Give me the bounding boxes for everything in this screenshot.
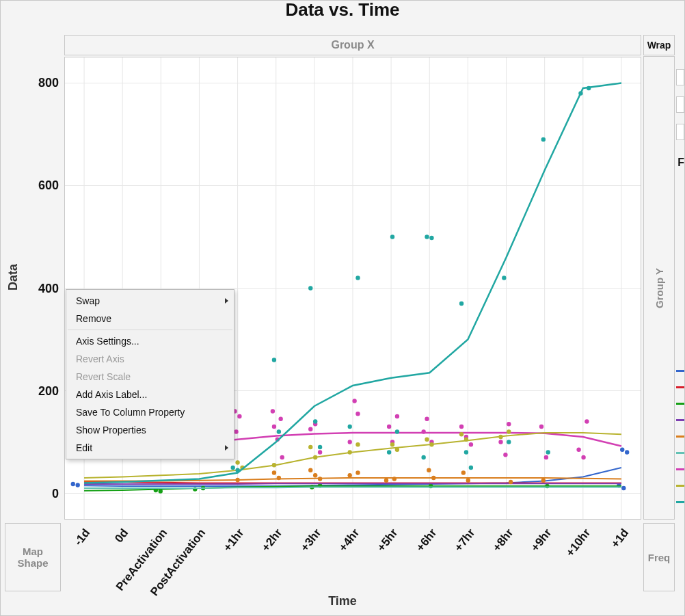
series-point-teal[interactable] <box>459 302 464 306</box>
series-point-magenta[interactable] <box>425 417 429 421</box>
series-point-teal[interactable] <box>395 429 399 433</box>
series-point-orange[interactable] <box>348 473 352 477</box>
series-point-magenta[interactable] <box>352 399 356 403</box>
series-point-orange[interactable] <box>392 477 397 481</box>
series-point-teal[interactable] <box>578 91 582 95</box>
series-point-orange[interactable] <box>272 470 276 474</box>
series-point-magenta[interactable] <box>278 417 282 421</box>
series-point-magenta[interactable] <box>503 453 507 457</box>
series-point-teal[interactable] <box>318 445 322 449</box>
series-point-magenta[interactable] <box>348 440 352 444</box>
series-point-olive[interactable] <box>313 455 317 459</box>
x-axis-title[interactable]: Time <box>1 594 684 608</box>
menu-item-addlabel[interactable]: Add Axis Label... <box>66 386 234 403</box>
series-point-teal[interactable] <box>355 276 360 280</box>
series-point-olive[interactable] <box>348 450 352 454</box>
series-point-teal[interactable] <box>425 235 429 239</box>
series-point-magenta[interactable] <box>280 455 284 459</box>
series-point-blue[interactable] <box>621 486 626 490</box>
series-point-olive[interactable] <box>429 442 433 446</box>
series-point-orange[interactable] <box>461 470 466 474</box>
series-point-orange[interactable] <box>541 479 546 483</box>
wrap-panel[interactable]: Wrap <box>643 35 675 55</box>
series-point-teal[interactable] <box>308 286 312 290</box>
series-point-magenta[interactable] <box>237 414 241 418</box>
series-point-blue[interactable] <box>620 448 624 452</box>
series-point-teal[interactable] <box>421 455 425 459</box>
x-axis-ticks[interactable]: -1d0dPreActivationPostActivation+1hr+2hr… <box>64 523 641 591</box>
series-point-magenta[interactable] <box>308 427 312 431</box>
freq-panel[interactable]: Freq <box>643 523 675 591</box>
series-point-blue[interactable] <box>625 450 629 454</box>
series-point-magenta[interactable] <box>395 414 399 418</box>
menu-item-showprop[interactable]: Show Properties <box>66 421 234 439</box>
series-point-magenta[interactable] <box>272 425 276 429</box>
column-group-header[interactable]: Group X <box>64 35 641 55</box>
series-point-orange[interactable] <box>308 468 312 472</box>
series-point-olive[interactable] <box>498 435 502 439</box>
series-point-magenta[interactable] <box>507 422 511 426</box>
menu-item-edit[interactable]: Edit <box>66 439 234 457</box>
series-point-magenta[interactable] <box>585 419 589 423</box>
series-point-blue[interactable] <box>71 482 75 486</box>
series-point-magenta[interactable] <box>539 425 543 429</box>
menu-item-remove[interactable]: Remove <box>66 310 234 327</box>
y-axis-title[interactable]: Data <box>5 35 21 520</box>
series-point-teal[interactable] <box>502 276 506 280</box>
y-axis-ticks[interactable]: 0200400600800 <box>23 57 62 520</box>
series-point-olive[interactable] <box>459 432 464 436</box>
series-point-orange[interactable] <box>355 470 360 474</box>
series-point-teal[interactable] <box>429 236 433 240</box>
series-point-orange[interactable] <box>466 479 470 483</box>
series-point-olive[interactable] <box>390 442 394 446</box>
map-shape-panel[interactable]: Map Shape <box>5 523 61 591</box>
series-point-blue[interactable] <box>76 483 80 487</box>
series-point-teal[interactable] <box>541 137 546 142</box>
series-point-olive[interactable] <box>355 442 360 446</box>
series-point-teal[interactable] <box>464 450 468 454</box>
series-point-teal[interactable] <box>469 466 473 470</box>
series-point-orange[interactable] <box>384 479 388 483</box>
series-point-orange[interactable] <box>313 473 317 477</box>
series-point-magenta[interactable] <box>421 429 425 433</box>
series-point-teal[interactable] <box>507 440 511 444</box>
series-point-magenta[interactable] <box>576 448 580 452</box>
series-point-teal[interactable] <box>587 86 591 90</box>
series-point-teal[interactable] <box>387 450 391 454</box>
series-point-magenta[interactable] <box>581 455 585 459</box>
menu-item-axis[interactable]: Axis Settings... <box>66 332 234 350</box>
series-point-magenta[interactable] <box>355 412 360 416</box>
series-point-orange[interactable] <box>235 478 239 482</box>
menu-item-swap[interactable]: Swap <box>66 292 234 310</box>
series-point-magenta[interactable] <box>387 425 391 429</box>
axis-context-menu[interactable]: SwapRemoveAxis Settings...Revert AxisRev… <box>66 289 234 459</box>
series-point-olive[interactable] <box>395 448 399 452</box>
series-point-olive[interactable] <box>425 438 429 442</box>
series-point-teal[interactable] <box>235 468 239 472</box>
series-point-orange[interactable] <box>427 468 431 472</box>
series-point-teal[interactable] <box>313 419 317 423</box>
menu-item-savecol[interactable]: Save To Column Property <box>66 403 234 421</box>
series-point-teal[interactable] <box>272 358 276 362</box>
series-point-magenta[interactable] <box>459 425 464 429</box>
series-point-olive[interactable] <box>507 429 511 433</box>
series-point-olive[interactable] <box>464 438 468 442</box>
series-point-magenta[interactable] <box>498 440 502 444</box>
series-point-teal[interactable] <box>348 425 352 429</box>
row-group-header[interactable]: Group Y <box>643 56 675 520</box>
series-point-olive[interactable] <box>308 445 312 449</box>
series-point-teal[interactable] <box>230 466 234 470</box>
series-point-orange[interactable] <box>318 477 322 481</box>
series-point-orange[interactable] <box>509 480 513 484</box>
series-point-olive[interactable] <box>272 463 276 467</box>
series-point-teal[interactable] <box>390 235 394 239</box>
series-point-olive[interactable] <box>235 460 239 464</box>
series-point-magenta[interactable] <box>234 429 238 433</box>
series-point-magenta[interactable] <box>271 409 275 413</box>
series-point-teal[interactable] <box>546 450 550 454</box>
series-point-orange[interactable] <box>277 476 281 480</box>
series-point-magenta[interactable] <box>544 455 548 459</box>
series-point-teal[interactable] <box>277 429 281 433</box>
series-point-magenta[interactable] <box>318 450 322 454</box>
series-point-magenta[interactable] <box>469 442 473 446</box>
